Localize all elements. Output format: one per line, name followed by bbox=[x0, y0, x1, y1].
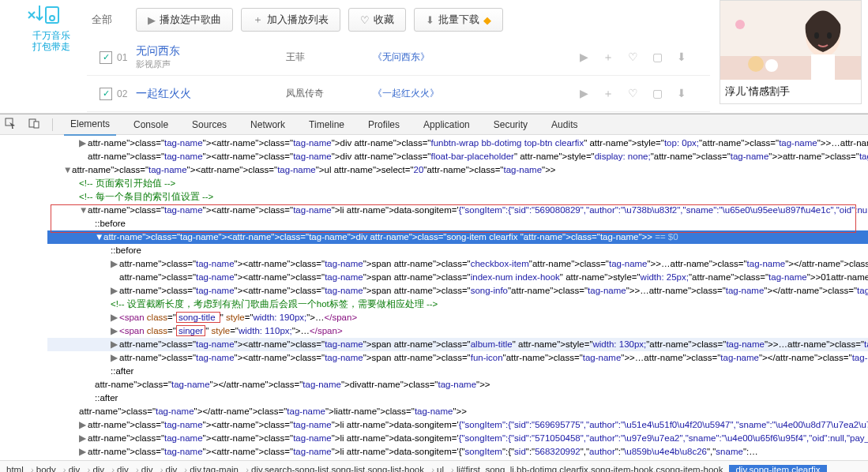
singer[interactable]: 凤凰传奇 bbox=[286, 87, 373, 100]
play-selected-button[interactable]: ▶播放选中歌曲 bbox=[136, 8, 233, 32]
tab-console[interactable]: Console bbox=[127, 114, 175, 135]
play-icon[interactable]: ▶ bbox=[580, 51, 588, 65]
crumb[interactable]: body bbox=[30, 465, 62, 473]
svg-rect-3 bbox=[720, 56, 861, 80]
crumb[interactable]: div.search-song-list.song-list.song-list… bbox=[245, 465, 430, 473]
live-panel[interactable]: 淳儿`情感割手 bbox=[720, 0, 862, 104]
pseudo: ::after bbox=[47, 391, 868, 405]
add-icon[interactable]: ＋ bbox=[603, 87, 614, 101]
svg-rect-13 bbox=[34, 122, 39, 128]
crumb-selected[interactable]: div.song-item.clearfix bbox=[729, 465, 826, 473]
download-icon[interactable]: ⬇ bbox=[677, 87, 686, 101]
svg-point-6 bbox=[827, 32, 832, 39]
avatar-name[interactable]: 淳儿`情感割手 bbox=[720, 80, 861, 103]
svg-point-1 bbox=[50, 16, 54, 21]
pseudo: ::after bbox=[47, 365, 868, 378]
logo[interactable]: 千万音乐打包带走 bbox=[24, 4, 79, 52]
code-comment: <!-- 页面索引开始值 --> bbox=[47, 177, 868, 190]
code-comment: <!-- 每一个条目的索引值设置 --> bbox=[47, 190, 868, 204]
tab-security[interactable]: Security bbox=[487, 114, 534, 135]
tab-network[interactable]: Network bbox=[244, 114, 291, 135]
download-icon[interactable]: ⬇ bbox=[677, 51, 686, 65]
code-comment: <!-- 设置截断长度，考虑到有热门歌曲后会跟一个hot标签，需要做相应处理 -… bbox=[47, 298, 868, 311]
dom-tree[interactable]: ▶attr-name">class="tag-name"><attr-name"… bbox=[0, 135, 868, 460]
svg-point-10 bbox=[735, 20, 745, 29]
table-row[interactable]: ✓ 01 无问西东 影视原声 王菲 《无问西东》 ▶ ＋ ♡ ▢ ⬇ bbox=[87, 39, 710, 76]
index: 01 bbox=[117, 52, 136, 63]
breadcrumb[interactable]: html body div div div div div div.tag-ma… bbox=[0, 460, 868, 472]
add-playlist-button[interactable]: ＋加入播放列表 bbox=[241, 8, 340, 32]
crumb[interactable]: li#first_song_li.bb-dotimg.clearfix.song… bbox=[450, 465, 729, 473]
svg-point-9 bbox=[765, 59, 778, 72]
tab-timeline[interactable]: Timeline bbox=[302, 114, 351, 135]
inspect-icon[interactable] bbox=[5, 118, 17, 131]
heart-icon: ♡ bbox=[360, 14, 370, 26]
crumb[interactable]: div bbox=[62, 465, 87, 473]
crumb[interactable]: div bbox=[111, 465, 135, 473]
svg-point-8 bbox=[748, 56, 764, 72]
album[interactable]: 《一起红火火》 bbox=[373, 87, 475, 100]
crumb[interactable]: ul bbox=[430, 465, 450, 473]
heart-icon[interactable]: ♡ bbox=[628, 87, 638, 101]
download-icon: ⬇ bbox=[426, 14, 434, 26]
selected-node[interactable]: ▼attr-name">class="tag-name"><attr-name"… bbox=[47, 230, 868, 244]
crumb[interactable]: div bbox=[135, 465, 160, 473]
favorite-button[interactable]: ♡收藏 bbox=[348, 8, 406, 32]
pseudo: ::before bbox=[47, 244, 868, 257]
svg-point-5 bbox=[814, 32, 819, 39]
tab-elements[interactable]: Elements bbox=[64, 114, 116, 136]
logo-text2: 打包带走 bbox=[32, 41, 70, 52]
song-title[interactable]: 无问西东 bbox=[136, 44, 286, 58]
devtools: Elements Console Sources Network Timelin… bbox=[0, 114, 868, 472]
tab-application[interactable]: Application bbox=[417, 114, 476, 135]
device-icon[interactable] bbox=[28, 118, 41, 131]
mobile-icon[interactable]: ▢ bbox=[652, 51, 663, 65]
crumb[interactable]: div bbox=[159, 465, 183, 473]
heart-icon[interactable]: ♡ bbox=[628, 51, 638, 65]
batch-download-button[interactable]: ⬇批量下载◆ bbox=[414, 8, 503, 32]
plus-icon: ＋ bbox=[253, 13, 263, 27]
avatar bbox=[720, 1, 861, 80]
checkbox[interactable]: ✓ bbox=[100, 88, 112, 100]
song-title[interactable]: 一起红火火 bbox=[136, 87, 286, 101]
svg-rect-7 bbox=[811, 54, 835, 80]
tab-profiles[interactable]: Profiles bbox=[362, 114, 406, 135]
tab-sources[interactable]: Sources bbox=[186, 114, 233, 135]
crumb[interactable]: div.tag-main bbox=[183, 465, 245, 473]
play-icon[interactable]: ▶ bbox=[580, 87, 588, 101]
toolbar: 全部 ▶播放选中歌曲 ＋加入播放列表 ♡收藏 ⬇批量下载◆ bbox=[87, 0, 710, 39]
crumb[interactable]: html bbox=[0, 465, 30, 473]
play-icon: ▶ bbox=[148, 14, 156, 26]
tab-audits[interactable]: Audits bbox=[545, 114, 584, 135]
crumb[interactable]: div bbox=[86, 465, 111, 473]
filter-all[interactable]: 全部 bbox=[92, 13, 112, 27]
album[interactable]: 《无问西东》 bbox=[373, 51, 475, 64]
logo-text1: 千万音乐 bbox=[32, 30, 70, 41]
mobile-icon[interactable]: ▢ bbox=[652, 87, 663, 101]
singer[interactable]: 王菲 bbox=[286, 51, 373, 64]
pseudo: ::before bbox=[47, 217, 868, 230]
checkbox[interactable]: ✓ bbox=[100, 51, 112, 64]
index: 02 bbox=[117, 88, 136, 99]
add-icon[interactable]: ＋ bbox=[603, 51, 614, 65]
table-row[interactable]: ✓ 02 一起红火火 凤凰传奇 《一起红火火》 ▶ ＋ ♡ ▢ ⬇ bbox=[87, 76, 710, 112]
song-subtitle: 影视原声 bbox=[136, 58, 286, 70]
